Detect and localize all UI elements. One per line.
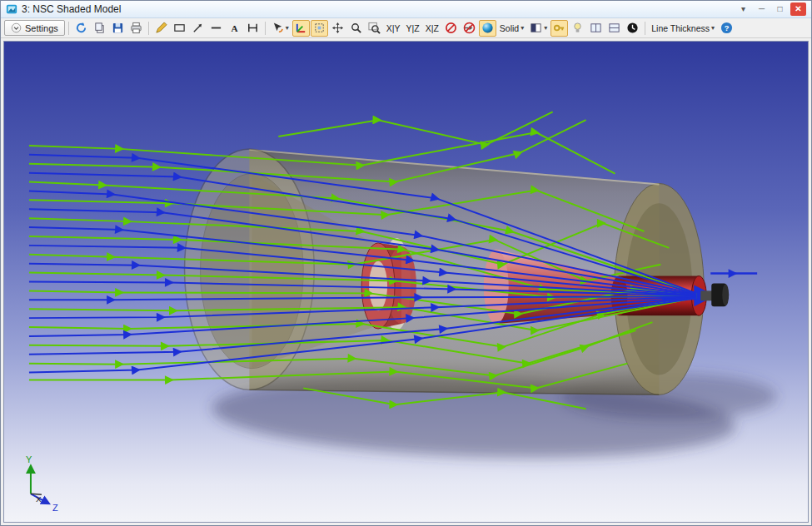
toolbar-separator bbox=[265, 22, 266, 35]
split-view-vertical-icon[interactable] bbox=[587, 20, 605, 37]
zoom-window-tool-icon[interactable] bbox=[311, 20, 328, 37]
refresh-icon[interactable] bbox=[72, 20, 90, 37]
draw-text-icon[interactable]: A bbox=[226, 20, 243, 37]
copy-icon[interactable] bbox=[91, 20, 108, 37]
draw-dimension-icon[interactable] bbox=[244, 20, 262, 37]
line-thickness-dropdown[interactable]: Line Thickness▾ bbox=[649, 20, 717, 37]
draw-rectangle-icon[interactable] bbox=[171, 20, 188, 37]
axis-x-label: X bbox=[36, 494, 42, 504]
view-xz-button[interactable]: X|Z bbox=[423, 20, 441, 37]
rotate-tool-icon[interactable]: ▾ bbox=[269, 20, 291, 37]
suppress-rays-icon[interactable] bbox=[442, 20, 460, 37]
ray bbox=[278, 112, 552, 145]
viewport-frame: Y X Z bbox=[1, 38, 811, 525]
draw-pencil-icon[interactable] bbox=[152, 20, 170, 37]
opacity-dropdown[interactable]: Solid▾ bbox=[497, 20, 526, 37]
dropdown-caret-icon: ▾ bbox=[544, 24, 547, 32]
axis-z-label: Z bbox=[52, 503, 58, 513]
draw-line-arrow-icon[interactable] bbox=[189, 20, 207, 37]
svg-text:?: ? bbox=[725, 24, 730, 32]
scene-svg: Y X Z bbox=[4, 42, 808, 522]
shaded-model-canvas[interactable]: Y X Z bbox=[3, 41, 809, 523]
minimize-button[interactable]: ─ bbox=[754, 2, 770, 16]
zoom-extents-icon[interactable] bbox=[366, 20, 383, 37]
help-icon[interactable]: ? bbox=[718, 20, 735, 37]
nsc-shaded-model-window: 3: NSC Shaded Model ▾ ─ □ ✕ SettingsA▾X|… bbox=[0, 0, 812, 526]
window-controls: ▾ ─ □ ✕ bbox=[735, 2, 806, 16]
view-xy-button[interactable]: X|Y bbox=[384, 20, 403, 37]
draw-horizontal-line-icon[interactable] bbox=[207, 20, 225, 37]
toolbar-separator bbox=[645, 22, 645, 35]
app-icon bbox=[6, 3, 17, 15]
split-view-horizontal-icon[interactable] bbox=[605, 20, 623, 37]
toolbar-separator bbox=[148, 22, 149, 35]
toolbar: SettingsA▾X|YY|ZX|ZSolid▾▾Line Thickness… bbox=[1, 18, 811, 38]
fill-light-toggle-icon[interactable] bbox=[569, 20, 586, 37]
window-title: 3: NSC Shaded Model bbox=[22, 3, 121, 15]
axis-triad: Y X Z bbox=[26, 454, 58, 513]
view-yz-button[interactable]: Y|Z bbox=[404, 20, 422, 37]
background-style-dropdown[interactable]: ▾ bbox=[527, 20, 550, 37]
window-menu-caret-icon[interactable]: ▾ bbox=[735, 2, 751, 16]
suppress-sources-icon[interactable] bbox=[461, 20, 478, 37]
settings-button[interactable]: Settings bbox=[4, 20, 65, 36]
save-icon[interactable] bbox=[109, 20, 127, 37]
print-icon[interactable] bbox=[127, 20, 145, 37]
dropdown-caret-icon: ▾ bbox=[521, 24, 524, 32]
show-axes-toggle-icon[interactable] bbox=[292, 20, 310, 37]
pan-tool-icon[interactable] bbox=[329, 20, 346, 37]
shaded-model-mode-icon[interactable] bbox=[479, 20, 496, 37]
dropdown-caret-icon: ▾ bbox=[286, 24, 289, 32]
maximize-button[interactable]: □ bbox=[772, 2, 788, 16]
svg-text:A: A bbox=[231, 23, 238, 33]
dropdown-caret-icon: ▾ bbox=[711, 24, 715, 32]
toolbar-separator bbox=[68, 22, 69, 35]
window-titlebar: 3: NSC Shaded Model ▾ ─ □ ✕ bbox=[1, 1, 811, 18]
axis-y-label: Y bbox=[26, 454, 32, 464]
auto-update-icon[interactable] bbox=[624, 20, 641, 37]
zoom-tool-icon[interactable] bbox=[347, 20, 365, 37]
key-light-toggle-icon[interactable] bbox=[550, 20, 568, 37]
close-button[interactable]: ✕ bbox=[790, 2, 806, 16]
